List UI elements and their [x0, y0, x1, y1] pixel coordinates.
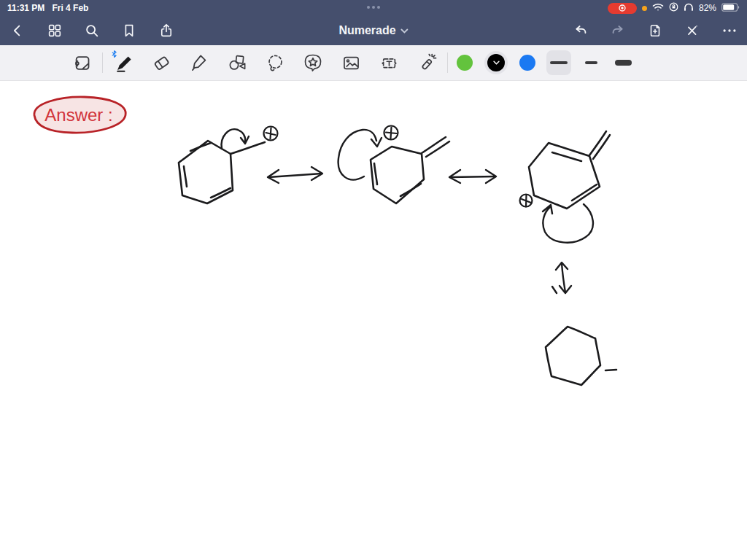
bluetooth-icon [111, 50, 117, 58]
answer-badge: Answer : [34, 97, 125, 133]
exocyclic-double-bond [422, 137, 446, 153]
cyclohexadiene-ring-2 [371, 137, 449, 203]
more-options-button[interactable] [721, 22, 738, 39]
thickness-thin-button[interactable] [546, 50, 571, 75]
document-title-button[interactable]: Numerade [338, 24, 408, 37]
chevron-down-icon [493, 61, 500, 65]
color-swatch-blue[interactable] [519, 55, 535, 71]
plus-charge-icon-2 [384, 126, 398, 140]
resonance-double-arrow-2 [449, 170, 496, 183]
undo-button[interactable] [572, 22, 589, 39]
color-swatch-black-selected[interactable] [484, 51, 508, 74]
answer-label: Answer : [44, 105, 112, 125]
page-template-button[interactable] [69, 50, 95, 76]
search-button[interactable] [83, 22, 101, 39]
share-button[interactable] [158, 22, 175, 39]
image-tool-button[interactable] [338, 50, 364, 76]
electron-pushing-arrow-3 [543, 204, 593, 243]
sticker-tool-button[interactable] [300, 50, 326, 76]
substituent-bond [231, 142, 265, 154]
color-swatch-green[interactable] [457, 55, 473, 71]
pen-tool-button[interactable] [110, 50, 136, 76]
pages-grid-button[interactable] [46, 22, 63, 39]
bookmark-button[interactable] [120, 22, 138, 39]
eraser-tool-button[interactable] [148, 50, 174, 76]
close-document-button[interactable] [684, 22, 701, 39]
back-button[interactable] [9, 22, 26, 39]
headphones-icon [684, 3, 694, 14]
battery-percent: 82% [699, 3, 716, 13]
text-tool-button[interactable] [376, 50, 402, 76]
chevron-down-icon [401, 28, 409, 34]
redo-button[interactable] [609, 22, 627, 39]
add-page-button[interactable] [646, 22, 664, 39]
nav-bar: Numerade [0, 16, 747, 45]
toolbar-divider [102, 52, 103, 73]
orientation-lock-icon [669, 2, 678, 14]
plus-charge-icon-1 [264, 127, 278, 141]
drawing-canvas[interactable]: Answer : [0, 81, 747, 560]
thickness-thick-button[interactable] [611, 50, 635, 75]
document-title: Numerade [338, 24, 395, 37]
screen-recording-indicator-icon[interactable] [608, 3, 637, 14]
lasso-tool-button[interactable] [262, 50, 288, 76]
wifi-icon [652, 3, 664, 14]
clock-time: 11:31 PM [7, 3, 44, 13]
shapes-tool-button[interactable] [224, 50, 250, 76]
thickness-medium-button[interactable] [578, 50, 603, 75]
cyclohexadiene-ring-3 [529, 131, 610, 209]
multitask-handle-icon[interactable] [367, 6, 380, 9]
toolbar-divider [447, 52, 448, 73]
mic-in-use-icon [642, 6, 647, 11]
plus-charge-icon-3 [520, 195, 533, 207]
battery-icon [721, 3, 740, 14]
clock-date: Fri 4 Feb [52, 3, 88, 13]
benzene-ring-1 [179, 141, 265, 203]
resonance-double-arrow-1 [268, 167, 322, 183]
electron-pushing-arrow-1 [222, 129, 249, 149]
laser-pointer-tool-button[interactable] [414, 50, 440, 76]
status-bar: 11:31 PM Fri 4 Feb [0, 0, 747, 16]
highlighter-tool-button[interactable] [186, 50, 212, 76]
cyclohexane-ring-4 [546, 327, 616, 385]
vertical-resonance-arrow [552, 262, 571, 293]
drawing-toolbar [0, 45, 747, 81]
minus-dash [605, 370, 616, 370]
